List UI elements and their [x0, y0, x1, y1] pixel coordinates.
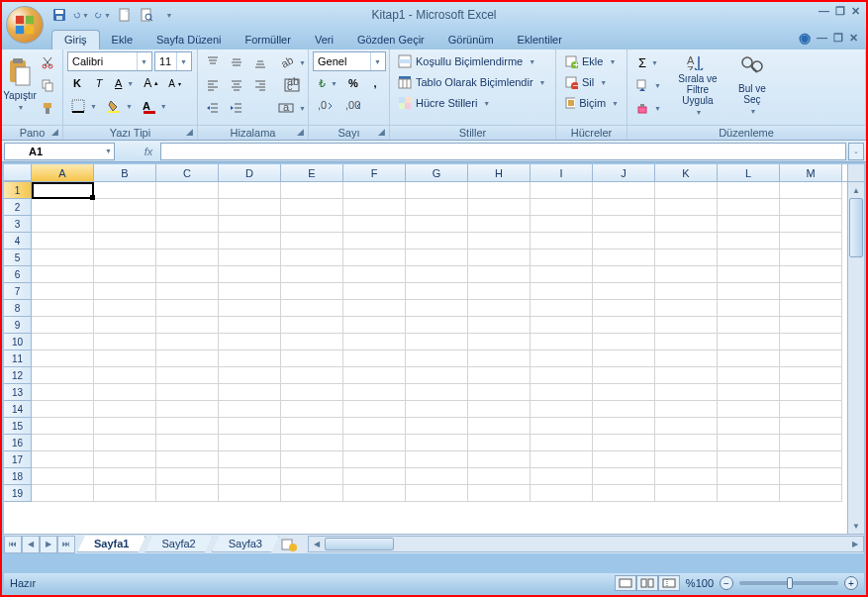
page-layout-view-icon[interactable]: [636, 575, 658, 591]
cell[interactable]: [780, 334, 842, 350]
cell[interactable]: [718, 249, 780, 266]
cell[interactable]: [219, 334, 281, 350]
increase-decimal-icon[interactable]: ,0: [313, 95, 338, 117]
tab-home[interactable]: Giriş: [51, 30, 100, 50]
cell[interactable]: [780, 485, 842, 502]
cell[interactable]: [32, 199, 94, 216]
zoom-slider[interactable]: [739, 581, 838, 585]
cell[interactable]: [32, 216, 94, 233]
cell[interactable]: [281, 418, 343, 435]
cell[interactable]: [281, 384, 343, 401]
cell[interactable]: [156, 283, 219, 300]
cell[interactable]: [94, 468, 156, 485]
cell[interactable]: [780, 182, 842, 199]
align-top-icon[interactable]: [202, 51, 224, 73]
cell[interactable]: [468, 468, 530, 485]
cell[interactable]: [593, 468, 655, 485]
row-header-13[interactable]: 13: [4, 384, 32, 401]
cell[interactable]: [343, 418, 406, 435]
cell[interactable]: [655, 435, 718, 451]
font-size-combo[interactable]: 11▼: [154, 51, 192, 71]
cell[interactable]: [780, 266, 842, 283]
cell[interactable]: [468, 334, 530, 350]
cell[interactable]: [780, 451, 842, 468]
row-header-10[interactable]: 10: [4, 334, 32, 350]
cell[interactable]: [156, 182, 219, 199]
cell[interactable]: [219, 451, 281, 468]
cell[interactable]: [343, 468, 406, 485]
cell[interactable]: [32, 233, 94, 249]
cell[interactable]: [343, 401, 406, 418]
decrease-decimal-icon[interactable]: ,00: [340, 95, 366, 117]
cell[interactable]: [94, 334, 156, 350]
cell[interactable]: [343, 233, 406, 249]
cell[interactable]: [593, 418, 655, 435]
cell[interactable]: [281, 182, 343, 199]
cell[interactable]: [156, 266, 219, 283]
vertical-scrollbar[interactable]: ▲ ▼: [847, 182, 864, 534]
cell[interactable]: [281, 317, 343, 334]
scroll-up-icon[interactable]: ▲: [848, 182, 864, 198]
cell[interactable]: [343, 300, 406, 317]
column-header-M[interactable]: M: [780, 164, 842, 181]
align-center-icon[interactable]: [226, 74, 247, 96]
cell[interactable]: [219, 485, 281, 502]
tab-formulas[interactable]: Formüller: [233, 31, 302, 50]
cell[interactable]: [593, 283, 655, 300]
percent-format-icon[interactable]: %: [343, 72, 363, 94]
cell[interactable]: [718, 384, 780, 401]
name-box[interactable]: A1▼: [4, 143, 115, 160]
cell[interactable]: [343, 283, 406, 300]
cell[interactable]: [32, 451, 94, 468]
cell[interactable]: [406, 233, 468, 249]
cell[interactable]: [343, 384, 406, 401]
italic-icon[interactable]: T: [89, 72, 109, 94]
decrease-indent-icon[interactable]: [202, 97, 224, 119]
cell[interactable]: [593, 485, 655, 502]
insert-sheet-icon[interactable]: [278, 537, 300, 552]
cell[interactable]: [94, 401, 156, 418]
doc-close-button[interactable]: ✕: [849, 32, 858, 45]
cell[interactable]: [468, 350, 530, 367]
alignment-dialog-icon[interactable]: ◢: [294, 127, 306, 139]
cell[interactable]: [343, 435, 406, 451]
column-header-K[interactable]: K: [655, 164, 718, 181]
cell[interactable]: [718, 266, 780, 283]
row-header-7[interactable]: 7: [4, 283, 32, 300]
align-left-icon[interactable]: [202, 74, 224, 96]
cell[interactable]: [32, 266, 94, 283]
grow-font-icon[interactable]: A▴: [140, 72, 162, 94]
cell[interactable]: [780, 367, 842, 384]
cell[interactable]: [468, 401, 530, 418]
cell[interactable]: [530, 266, 593, 283]
cell[interactable]: [718, 300, 780, 317]
cell[interactable]: [530, 317, 593, 334]
row-header-14[interactable]: 14: [4, 401, 32, 418]
insert-function-icon[interactable]: fx: [139, 143, 158, 160]
cell[interactable]: [406, 468, 468, 485]
cell[interactable]: [343, 266, 406, 283]
cell[interactable]: [655, 283, 718, 300]
font-color-icon[interactable]: A▼: [139, 95, 171, 117]
cell[interactable]: [156, 435, 219, 451]
cell[interactable]: [219, 300, 281, 317]
sheet-tab-sayfa2[interactable]: Sayfa2: [145, 536, 212, 552]
cell[interactable]: [718, 451, 780, 468]
prev-sheet-icon[interactable]: ◀: [22, 536, 40, 553]
cell[interactable]: [530, 384, 593, 401]
underline-icon[interactable]: A▼: [111, 72, 138, 94]
autosum-icon[interactable]: Σ▼: [631, 51, 665, 73]
cell[interactable]: [468, 435, 530, 451]
cell[interactable]: [593, 182, 655, 199]
scroll-down-icon[interactable]: ▼: [848, 518, 864, 534]
cell[interactable]: [655, 401, 718, 418]
cell[interactable]: [530, 233, 593, 249]
cell[interactable]: [406, 350, 468, 367]
hscroll-thumb[interactable]: [325, 538, 394, 550]
cell[interactable]: [32, 249, 94, 266]
cell[interactable]: [593, 384, 655, 401]
cell[interactable]: [468, 300, 530, 317]
row-header-4[interactable]: 4: [4, 233, 32, 249]
cell[interactable]: [343, 485, 406, 502]
cell[interactable]: [32, 384, 94, 401]
